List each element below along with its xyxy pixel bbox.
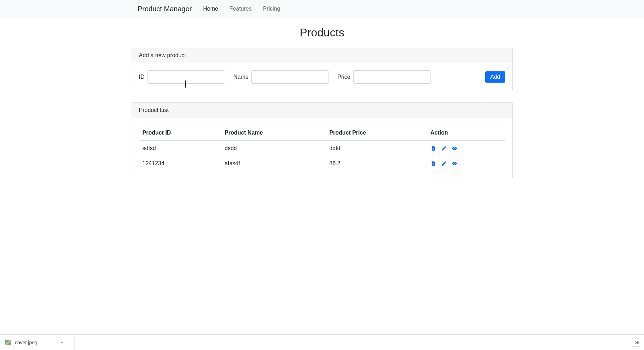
product-list-card: Product List Product ID Product Name Pro… — [132, 102, 513, 178]
delete-icon[interactable] — [431, 161, 436, 166]
cell-name: afasdf — [221, 156, 326, 171]
col-price: Product Price — [326, 125, 427, 141]
name-input[interactable] — [251, 70, 329, 84]
col-action: Action — [427, 125, 505, 141]
cell-id: 1241234 — [139, 156, 221, 171]
cell-action — [427, 156, 505, 171]
cell-price: 86.2 — [326, 156, 427, 171]
id-input[interactable] — [148, 70, 225, 84]
add-product-header: Add a new product — [132, 48, 512, 63]
price-group: Price — [337, 70, 431, 84]
id-group: ID — [139, 70, 225, 84]
product-list-header: Product List — [132, 103, 512, 118]
add-product-body: ID Name Price Add — [132, 63, 512, 91]
cell-id: sdfsd — [139, 141, 221, 156]
col-id: Product ID — [139, 125, 221, 141]
view-icon[interactable] — [452, 146, 457, 151]
add-product-form-row: ID Name Price Add — [139, 70, 505, 84]
delete-icon[interactable] — [431, 146, 436, 151]
edit-icon[interactable] — [441, 146, 447, 151]
nav-link-features[interactable]: Features — [224, 3, 257, 15]
price-label: Price — [337, 74, 350, 80]
price-input[interactable] — [353, 70, 431, 84]
table-row: sdfsddsddddfd — [139, 141, 505, 156]
id-label: ID — [139, 74, 145, 80]
edit-icon[interactable] — [441, 161, 447, 166]
cell-name: dsdd — [221, 141, 326, 156]
cell-price: ddfd — [326, 141, 427, 156]
navbar-inner: Product Manager Home Features Pricing — [138, 3, 540, 15]
table-header-row: Product ID Product Name Product Price Ac… — [139, 125, 505, 141]
view-icon[interactable] — [452, 161, 457, 166]
col-name: Product Name — [221, 125, 326, 141]
product-table: Product ID Product Name Product Price Ac… — [139, 125, 505, 171]
nav-link-home[interactable]: Home — [197, 3, 224, 15]
nav-link-pricing[interactable]: Pricing — [257, 3, 286, 15]
action-icons — [431, 161, 502, 166]
product-list-body: Product ID Product Name Product Price Ac… — [132, 118, 512, 178]
top-navbar: Product Manager Home Features Pricing — [0, 0, 644, 18]
page-title: Products — [132, 26, 513, 39]
name-label: Name — [234, 74, 249, 80]
add-product-card: Add a new product ID Name Price Add — [132, 48, 513, 91]
cell-action — [427, 141, 505, 156]
navbar-brand[interactable]: Product Manager — [138, 3, 192, 15]
action-icons — [431, 146, 502, 151]
add-button[interactable]: Add — [485, 71, 505, 83]
main-container: Products Add a new product ID Name Price… — [126, 26, 518, 178]
name-group: Name — [234, 70, 329, 84]
table-row: 1241234afasdf86.2 — [139, 156, 505, 171]
